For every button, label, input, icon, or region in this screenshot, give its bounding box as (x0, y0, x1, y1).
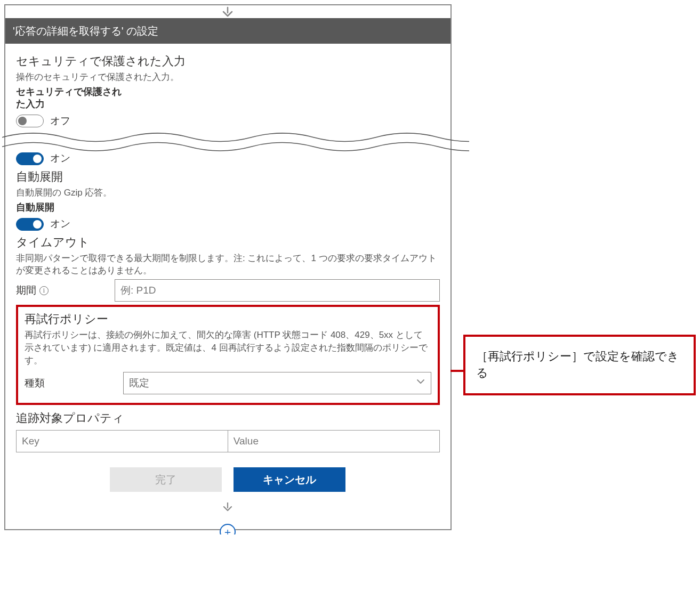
auto-expand-title: 自動展開 (16, 169, 440, 185)
add-step-button[interactable]: ＋ (220, 524, 236, 534)
omitted-content-icon (3, 131, 453, 148)
auto-expand-toggle-label: オン (50, 217, 70, 231)
tracked-key-input[interactable] (16, 430, 228, 452)
cancel-button[interactable]: キャンセル (234, 467, 345, 492)
timeout-label: 期間 (16, 283, 36, 298)
timeout-title: タイムアウト (16, 234, 440, 251)
flow-arrow-in-icon (5, 5, 450, 18)
retry-desc: 再試行ポリシーは、接続の例外に加えて、間欠的な障害 (HTTP 状態コード 40… (25, 329, 431, 367)
async-pattern-toggle-label: オン (50, 151, 70, 166)
secure-input-field-label: セキュリティで保護された入力 (16, 86, 123, 111)
annotation-callout: ［再試行ポリシー］で設定を確認できる (463, 335, 696, 395)
settings-panel: '応答の詳細を取得する' の設定 セキュリティで保護された入力 操作のセキュリテ… (4, 4, 452, 530)
auto-expand-desc: 自動展開の Gzip 応答。 (16, 187, 440, 199)
async-pattern-toggle[interactable] (16, 152, 44, 165)
callout-connector-line (450, 370, 465, 372)
panel-header: '応答の詳細を取得する' の設定 (5, 18, 450, 44)
done-button[interactable]: 完了 (110, 467, 222, 492)
secure-input-title: セキュリティで保護された入力 (16, 53, 440, 70)
timeout-desc: 非同期パターンで取得できる最大期間を制限します。注: これによって、1 つの要求… (16, 252, 440, 278)
retry-policy-section: 再試行ポリシー 再試行ポリシーは、接続の例外に加えて、間欠的な障害 (HTTP … (16, 305, 440, 405)
secure-input-desc: 操作のセキュリティで保護された入力。 (16, 71, 440, 84)
secure-input-toggle[interactable] (16, 115, 44, 127)
panel-title: '応答の詳細を取得する' の設定 (13, 25, 158, 37)
callout-text: ［再試行ポリシー］で設定を確認できる (476, 350, 679, 379)
info-icon[interactable]: i (39, 286, 49, 295)
retry-type-label: 種類 (25, 376, 45, 391)
retry-title: 再試行ポリシー (25, 311, 431, 328)
secure-input-toggle-label: オフ (50, 114, 70, 128)
flow-connector-bottom: ＋ (5, 502, 450, 529)
timeout-input[interactable] (115, 279, 440, 302)
auto-expand-toggle[interactable] (16, 218, 44, 231)
tracked-props-title: 追跡対象プロパティ (16, 410, 440, 427)
auto-expand-field-label: 自動展開 (16, 201, 440, 214)
retry-type-select[interactable]: 既定 (123, 372, 431, 394)
retry-type-value: 既定 (129, 376, 416, 391)
chevron-down-icon (416, 376, 425, 391)
tracked-value-input[interactable] (228, 430, 440, 452)
